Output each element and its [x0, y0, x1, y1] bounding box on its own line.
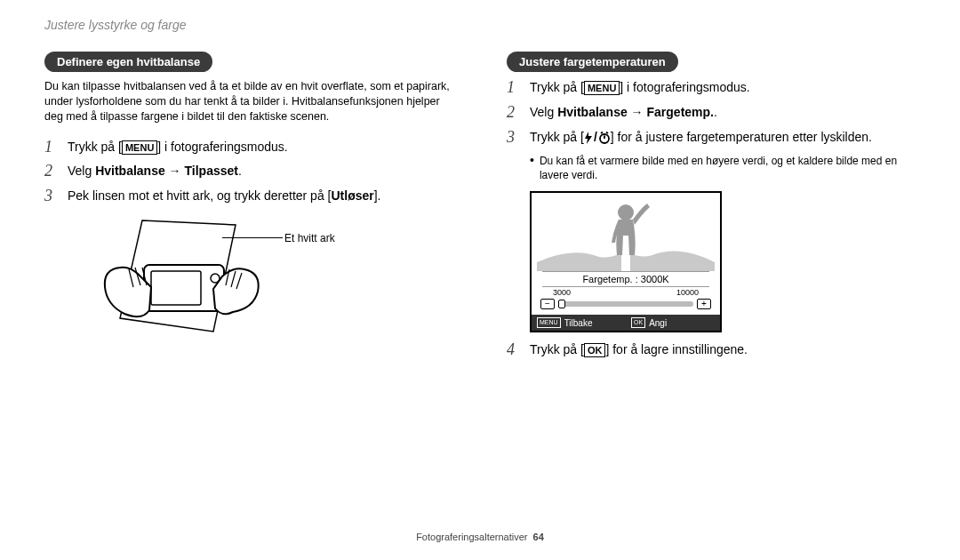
callout-line: [222, 237, 283, 238]
step-text-b: ] for å lagre innstillingene.: [605, 342, 748, 356]
step-text-bold: Hvitbalanse → Tilpasset: [95, 164, 238, 178]
footer-back-label: Tilbake: [564, 318, 593, 328]
right-step-1: 1 Trykk på [MENU] i fotograferingsmodus.: [507, 79, 916, 97]
step-number: 3: [44, 188, 59, 205]
step-text-a: Trykk på [: [530, 342, 584, 356]
step-text-a: Pek linsen mot et hvitt ark, og trykk de…: [68, 188, 331, 203]
svg-line-7: [601, 132, 603, 133]
svg-point-9: [618, 204, 634, 220]
right-step-4: 4 Trykk på [OK] for å lagre innstillinge…: [507, 341, 916, 359]
footer-back: MENU Tilbake: [532, 315, 626, 331]
step-text-c: .: [238, 164, 242, 178]
slider-plus-button[interactable]: +: [697, 299, 711, 309]
step-text-c: .: [714, 105, 717, 119]
step-text-bold: Utløser: [331, 188, 373, 203]
sub-bullet: • Du kan få et varmere bilde med en høye…: [530, 154, 916, 182]
footer-page-number: 64: [533, 532, 544, 542]
slider-track[interactable]: [558, 301, 693, 307]
right-column: Justere fargetemperaturen 1 Trykk på [ME…: [507, 52, 916, 366]
section-heading-right: Justere fargetemperaturen: [507, 52, 678, 72]
step-text-a: Velg: [68, 164, 95, 178]
step-text-b: ] i fotograferingsmodus.: [157, 140, 287, 154]
step-number: 3: [507, 129, 521, 147]
step-text-bold: Hvitbalanse → Fargetemp.: [557, 105, 714, 119]
step-text-b: ] for å justere fargetemperaturen etter …: [611, 130, 872, 144]
illustration-label: Et hvitt ark: [284, 232, 335, 244]
svg-marker-4: [585, 132, 592, 144]
footer-set-label: Angi: [649, 318, 667, 328]
svg-line-8: [606, 132, 608, 133]
footer-section: Fotograferingsalternativer: [416, 532, 527, 542]
flash-timer-icon: /: [584, 129, 611, 147]
section-heading-left: Definere egen hvitbalanse: [44, 52, 212, 72]
menu-icon-small: MENU: [537, 317, 561, 328]
step-text-b: ] i fotograferingsmodus.: [620, 80, 749, 94]
step-number: 1: [507, 79, 521, 97]
illustration-hands-camera: Et hvitt ark: [80, 216, 311, 358]
bullet-icon: •: [530, 154, 534, 182]
step-number: 4: [507, 341, 521, 359]
svg-rect-2: [151, 271, 201, 305]
step-number: 1: [44, 139, 59, 156]
screen-preview: [532, 193, 720, 271]
left-column: Definere egen hvitbalanse Du kan tilpass…: [44, 52, 453, 366]
step-number: 2: [507, 104, 521, 122]
slider: − +: [532, 297, 720, 315]
left-step-3: 3 Pek linsen mot et hvitt ark, og trykk …: [44, 188, 453, 205]
step-text-c: ].: [374, 188, 381, 203]
slider-handle[interactable]: [558, 300, 565, 308]
step-text-a: Trykk på [: [530, 80, 584, 94]
left-step-2: 2 Velg Hvitbalanse → Tilpasset.: [44, 163, 453, 180]
page-footer: Fotograferingsalternativer 64: [0, 532, 960, 542]
footer-set: OK Angi: [626, 315, 720, 331]
screen-value-label: Fargetemp. : 3000K: [542, 271, 709, 287]
step-number: 2: [44, 163, 59, 180]
right-step-2: 2 Velg Hvitbalanse → Fargetemp..: [507, 104, 916, 122]
scale-min: 3000: [553, 288, 571, 297]
page-header: Justere lysstyrke og farge: [44, 18, 916, 32]
step-text-a: Velg: [530, 105, 557, 119]
camera-screen-mock: Fargetemp. : 3000K 3000 10000 − + MENU T…: [530, 191, 722, 332]
left-step-1: 1 Trykk på [MENU] i fotograferingsmodus.: [44, 139, 453, 156]
menu-icon: MENU: [584, 81, 620, 95]
intro-text: Du kan tilpasse hvitbalansen ved å ta et…: [44, 79, 453, 124]
slider-minus-button[interactable]: −: [540, 299, 555, 309]
step-text-a: Trykk på [: [530, 130, 584, 144]
scale-max: 10000: [676, 288, 699, 297]
menu-icon: MENU: [122, 140, 157, 155]
ok-icon-small: OK: [631, 317, 645, 328]
bullet-text: Du kan få et varmere bilde med en høyere…: [540, 154, 916, 182]
ok-icon: OK: [584, 343, 606, 357]
step-text-a: Trykk på [: [68, 140, 122, 154]
right-step-3: 3 Trykk på [ / ] for å justere fargetemp…: [507, 129, 916, 147]
